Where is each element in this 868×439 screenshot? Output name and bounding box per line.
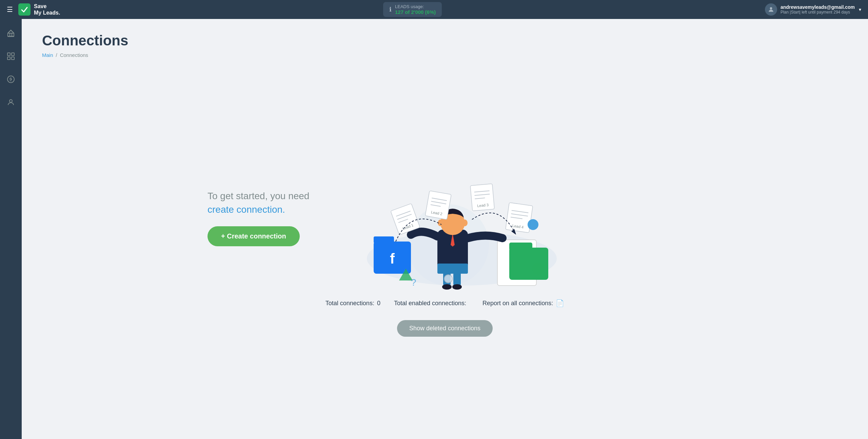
- breadcrumb-separator: /: [56, 52, 57, 58]
- svg-rect-11: [374, 236, 394, 243]
- user-avatar: [765, 3, 777, 16]
- illustration: f: [343, 147, 682, 289]
- sidebar: [0, 19, 22, 439]
- svg-point-54: [532, 263, 544, 275]
- leads-usage-text-block: LEADS usage: 127 of 2'000 (6%): [395, 4, 436, 15]
- total-enabled-label: Total enabled connections:: [394, 300, 466, 307]
- report-label: Report on all connections:: [482, 300, 553, 307]
- content-area: Connections Main / Connections To get st…: [22, 19, 868, 439]
- svg-point-56: [444, 275, 452, 283]
- brand-name: Save My Leads.: [34, 3, 60, 16]
- bottom-area: Total connections: 0 Total enabled conne…: [326, 289, 564, 350]
- svg-point-7: [9, 100, 12, 102]
- user-details: andrewsavemyleads@gmail.com Plan |Start|…: [781, 4, 855, 15]
- svg-rect-1: [8, 33, 14, 36]
- report-icon[interactable]: 📄: [556, 299, 564, 307]
- svg-point-0: [770, 7, 772, 9]
- breadcrumb-main-link[interactable]: Main: [42, 52, 53, 58]
- total-connections-label: Total connections:: [326, 300, 374, 307]
- svg-point-6: [7, 76, 14, 83]
- show-deleted-button[interactable]: Show deleted connections: [397, 320, 493, 337]
- main-layout: Connections Main / Connections To get st…: [0, 19, 868, 439]
- chevron-down-icon[interactable]: ▾: [859, 7, 861, 12]
- breadcrumb-current: Connections: [60, 52, 88, 58]
- illustration-area: To get started, you need create connecti…: [208, 147, 682, 289]
- total-connections-value: 0: [377, 300, 380, 307]
- leads-usage-badge[interactable]: ℹ LEADS usage: 127 of 2'000 (6%): [383, 2, 442, 17]
- center-content: To get started, you need create connecti…: [42, 71, 848, 425]
- svg-rect-20: [509, 243, 532, 250]
- brand: Save My Leads.: [18, 3, 60, 16]
- leads-usage-count: 127 of 2'000 (6%): [395, 9, 436, 15]
- navbar: ☰ Save My Leads. ℹ LEADS usage: 127 of 2…: [0, 0, 868, 19]
- report-stat: Report on all connections: 📄: [482, 299, 564, 307]
- total-connections-stat: Total connections: 0: [326, 300, 380, 307]
- hero-text: To get started, you need create connecti…: [208, 189, 323, 216]
- svg-point-29: [462, 220, 468, 226]
- page-title: Connections: [42, 33, 848, 49]
- bottom-stats: Total connections: 0 Total enabled conne…: [326, 289, 564, 314]
- svg-rect-5: [12, 57, 14, 60]
- svg-text:?: ?: [411, 277, 416, 288]
- sidebar-item-connections[interactable]: [3, 49, 18, 64]
- create-connection-button[interactable]: + Create connection: [208, 226, 300, 246]
- text-section: To get started, you need create connecti…: [208, 189, 343, 246]
- svg-text:f: f: [390, 251, 395, 267]
- info-icon: ℹ: [389, 6, 392, 13]
- breadcrumb: Main / Connections: [42, 52, 848, 58]
- navbar-right: andrewsavemyleads@gmail.com Plan |Start|…: [765, 3, 861, 16]
- user-email: andrewsavemyleads@gmail.com: [781, 4, 855, 10]
- sidebar-item-home[interactable]: [3, 26, 18, 41]
- svg-rect-3: [12, 53, 14, 56]
- user-info[interactable]: andrewsavemyleads@gmail.com Plan |Start|…: [765, 3, 855, 16]
- leads-usage-label: LEADS usage:: [395, 4, 436, 9]
- total-enabled-stat: Total enabled connections:: [394, 300, 469, 307]
- sidebar-item-profile[interactable]: [3, 95, 18, 110]
- svg-rect-2: [7, 53, 10, 56]
- svg-rect-19: [509, 248, 548, 280]
- brand-logo: [18, 3, 31, 16]
- svg-point-24: [452, 284, 462, 290]
- svg-rect-4: [7, 57, 10, 60]
- navbar-left: ☰ Save My Leads.: [7, 3, 60, 16]
- svg-point-23: [442, 284, 452, 290]
- user-plan: Plan |Start| left until payment 294 days: [781, 10, 855, 15]
- svg-rect-30: [437, 264, 468, 274]
- hamburger-icon[interactable]: ☰: [7, 5, 13, 14]
- sidebar-item-billing[interactable]: [3, 72, 18, 87]
- hero-text-prefix: To get started, you need: [208, 191, 309, 201]
- svg-point-53: [528, 219, 538, 230]
- hero-text-link: create connection.: [208, 204, 285, 215]
- navbar-center: ℹ LEADS usage: 127 of 2'000 (6%): [60, 2, 765, 17]
